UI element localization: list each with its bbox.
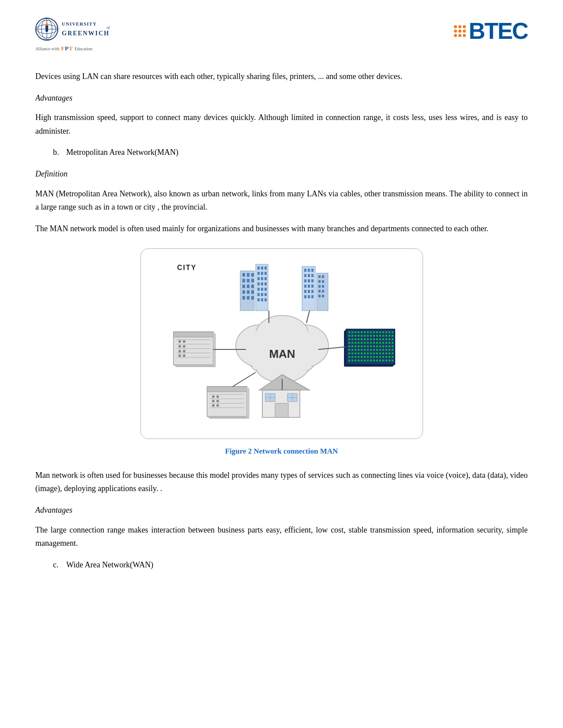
svg-rect-209 bbox=[376, 349, 378, 351]
svg-rect-186 bbox=[351, 345, 353, 347]
svg-rect-242 bbox=[385, 356, 387, 358]
svg-rect-188 bbox=[358, 345, 359, 347]
svg-rect-221 bbox=[367, 353, 369, 354]
svg-rect-177 bbox=[370, 342, 372, 344]
svg-rect-238 bbox=[373, 356, 375, 358]
svg-rect-165 bbox=[379, 338, 381, 340]
svg-rect-42 bbox=[257, 282, 260, 285]
svg-rect-19 bbox=[251, 273, 254, 277]
svg-rect-37 bbox=[261, 272, 263, 275]
svg-rect-151 bbox=[382, 335, 384, 337]
svg-rect-63 bbox=[311, 279, 314, 282]
svg-point-91 bbox=[178, 340, 181, 343]
svg-rect-65 bbox=[308, 285, 310, 288]
svg-rect-46 bbox=[261, 288, 263, 291]
svg-rect-30 bbox=[247, 296, 249, 300]
svg-point-110 bbox=[216, 400, 219, 402]
btec-dot-4 bbox=[454, 30, 457, 33]
svg-rect-26 bbox=[242, 290, 245, 294]
list-label-c: c. bbox=[53, 558, 62, 572]
svg-rect-47 bbox=[264, 288, 267, 291]
svg-rect-154 bbox=[392, 335, 393, 337]
paragraph-lan-sharing: Devices using LAN can share resources wi… bbox=[35, 70, 528, 83]
svg-rect-254 bbox=[376, 360, 378, 361]
svg-rect-20 bbox=[242, 279, 245, 282]
paragraph-man-usage: Man network is often used for businesses… bbox=[35, 469, 528, 495]
svg-point-112 bbox=[216, 404, 219, 407]
svg-rect-174 bbox=[361, 342, 363, 344]
svg-rect-130 bbox=[364, 331, 366, 333]
svg-rect-56 bbox=[308, 269, 310, 272]
svg-rect-48 bbox=[257, 293, 260, 296]
svg-rect-23 bbox=[242, 285, 245, 288]
svg-rect-232 bbox=[355, 356, 356, 358]
svg-rect-143 bbox=[358, 335, 359, 337]
svg-rect-155 bbox=[348, 338, 350, 340]
svg-rect-227 bbox=[385, 353, 387, 354]
svg-point-107 bbox=[212, 395, 215, 398]
svg-rect-40 bbox=[261, 277, 263, 280]
svg-rect-172 bbox=[355, 342, 356, 344]
main-content: Devices using LAN can share resources wi… bbox=[35, 70, 528, 571]
btec-dot-1 bbox=[454, 25, 457, 28]
svg-rect-148 bbox=[373, 335, 375, 337]
svg-rect-17 bbox=[242, 273, 245, 277]
svg-rect-175 bbox=[364, 342, 366, 344]
svg-point-97 bbox=[178, 354, 181, 357]
svg-rect-35 bbox=[264, 266, 267, 270]
svg-rect-245 bbox=[348, 360, 350, 361]
svg-rect-66 bbox=[311, 285, 314, 288]
svg-text:CITY: CITY bbox=[177, 264, 196, 271]
svg-rect-195 bbox=[379, 345, 381, 347]
svg-rect-200 bbox=[348, 349, 350, 351]
btec-dot-8 bbox=[458, 34, 461, 37]
svg-rect-78 bbox=[318, 285, 321, 288]
svg-rect-153 bbox=[389, 335, 390, 337]
svg-rect-29 bbox=[242, 296, 245, 300]
svg-rect-139 bbox=[392, 331, 393, 333]
svg-rect-70 bbox=[304, 295, 306, 298]
svg-rect-147 bbox=[370, 335, 372, 337]
svg-rect-173 bbox=[358, 342, 359, 344]
btec-dot-2 bbox=[458, 25, 461, 28]
svg-rect-79 bbox=[322, 285, 324, 288]
svg-rect-160 bbox=[364, 338, 366, 340]
figure-caption: Figure 2 Network connection MAN bbox=[225, 445, 338, 458]
svg-rect-213 bbox=[389, 349, 390, 351]
svg-rect-75 bbox=[322, 275, 324, 278]
svg-rect-150 bbox=[379, 335, 381, 337]
svg-rect-189 bbox=[361, 345, 363, 347]
svg-rect-192 bbox=[370, 345, 372, 347]
fpt-p: P bbox=[65, 45, 68, 52]
svg-rect-167 bbox=[385, 338, 387, 340]
alliance-label: Alliance with bbox=[35, 46, 59, 51]
svg-rect-77 bbox=[322, 280, 324, 283]
svg-point-95 bbox=[178, 350, 181, 353]
fpt-t: T bbox=[69, 45, 73, 52]
header: UNIVERSITY of GREENWICH Alliance with FP… bbox=[35, 18, 528, 52]
svg-rect-131 bbox=[367, 331, 369, 333]
list-label-b: b. bbox=[53, 146, 62, 159]
svg-rect-137 bbox=[385, 331, 387, 333]
svg-rect-149 bbox=[376, 335, 378, 337]
svg-rect-85 bbox=[174, 332, 213, 337]
svg-rect-126 bbox=[351, 331, 353, 333]
svg-rect-247 bbox=[355, 360, 356, 361]
svg-rect-68 bbox=[308, 290, 310, 293]
fpt-f: F bbox=[61, 45, 64, 52]
svg-rect-52 bbox=[261, 298, 263, 301]
advantages-heading-2: Advantages bbox=[35, 503, 528, 517]
btec-dot-9 bbox=[463, 34, 466, 37]
svg-rect-18 bbox=[247, 273, 249, 277]
svg-rect-80 bbox=[318, 290, 321, 293]
fpt-logo: FPT bbox=[61, 45, 73, 52]
svg-rect-57 bbox=[311, 269, 314, 272]
svg-point-93 bbox=[178, 345, 181, 348]
svg-rect-212 bbox=[385, 349, 387, 351]
btec-dot-3 bbox=[463, 25, 466, 28]
svg-rect-58 bbox=[304, 274, 306, 277]
svg-marker-99 bbox=[174, 365, 216, 367]
svg-rect-44 bbox=[264, 282, 267, 285]
svg-rect-129 bbox=[361, 331, 363, 333]
svg-rect-31 bbox=[251, 296, 254, 300]
